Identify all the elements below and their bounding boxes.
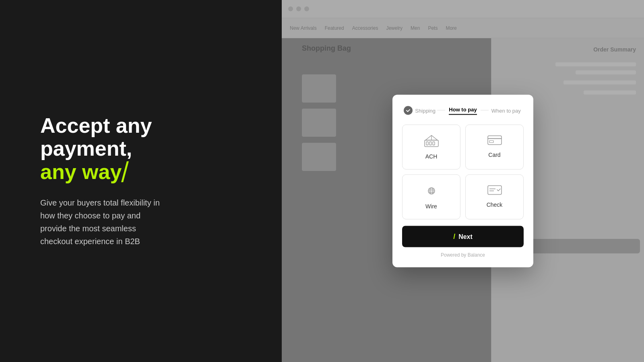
payment-option-card[interactable]: Card (465, 125, 524, 170)
ach-label: ACH (425, 153, 438, 160)
svg-rect-8 (489, 141, 493, 143)
payment-option-check[interactable]: Check (465, 175, 524, 220)
step-shipping-label: Shipping (415, 107, 436, 113)
step-how-to-pay: How to pay (445, 106, 480, 115)
svg-rect-6 (488, 136, 502, 145)
headline-line1: Accept any payment, (40, 114, 250, 160)
right-panel: New Arrivals Featured Accessories Jewelr… (282, 0, 644, 362)
step-shipping: Shipping (402, 106, 437, 115)
step-divider-1 (437, 110, 445, 110)
steps-row: Shipping How to pay When to pay (402, 106, 524, 115)
payment-option-wire[interactable]: Wire (402, 175, 460, 220)
step-divider-2 (481, 110, 489, 110)
left-panel: Accept any payment, any way Give your bu… (0, 0, 282, 362)
headline-line2: any way (40, 160, 122, 183)
payment-option-ach[interactable]: ACH (402, 125, 460, 170)
wire-label: Wire (425, 203, 437, 210)
powered-by-text: Powered by Balance (402, 252, 524, 258)
next-slash: / (453, 232, 455, 241)
svg-rect-1 (426, 142, 428, 145)
next-button-label: Next (458, 233, 473, 240)
wire-icon (424, 185, 439, 199)
payment-options-grid: ACH Card (402, 125, 524, 220)
payment-modal: Shipping How to pay When to pay (392, 95, 533, 267)
description-text: Give your buyers total flexibility in ho… (40, 196, 250, 248)
svg-rect-2 (429, 142, 431, 145)
step-when-to-pay: When to pay (489, 107, 524, 113)
check-label: Check (487, 202, 503, 208)
step-how-to-pay-underline (449, 114, 477, 115)
card-label: Card (488, 152, 500, 158)
card-icon (487, 135, 502, 148)
next-button[interactable]: / Next (402, 226, 524, 247)
svg-rect-3 (433, 142, 435, 145)
ach-icon (424, 135, 439, 149)
check-icon (487, 185, 502, 197)
step-how-to-pay-label: How to pay (449, 106, 477, 112)
step-when-to-pay-label: When to pay (491, 107, 521, 113)
slash-decoration (124, 160, 135, 183)
step-shipping-check (404, 106, 413, 115)
